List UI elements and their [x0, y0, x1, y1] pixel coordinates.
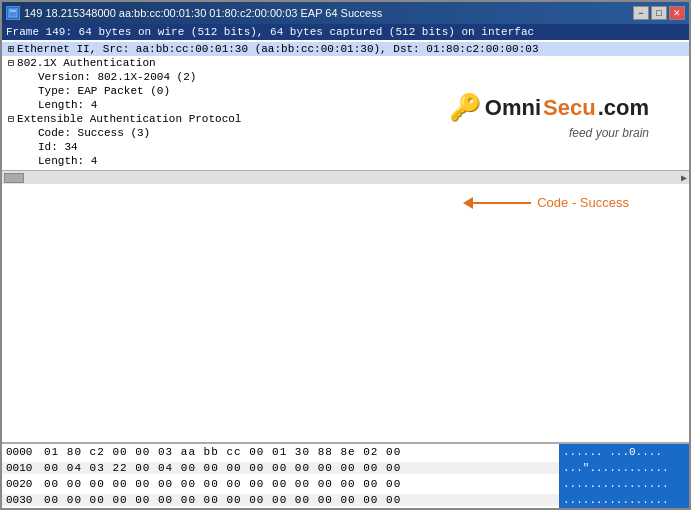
logo-domain-text: .com	[598, 95, 649, 121]
maximize-button[interactable]: □	[651, 6, 667, 20]
detail-rows: Ethernet II, Src: aa:bb:cc:00:01:30 (aa:…	[2, 40, 689, 170]
packet-details-panel: Frame 149: 64 bytes on wire (512 bits), …	[2, 24, 689, 443]
eap-length-row: Length: 4	[2, 154, 689, 168]
hex-row-0: 0000 01 80 c2 00 00 03 aa bb cc 00 01 30…	[2, 444, 689, 460]
minimize-button[interactable]: −	[633, 6, 649, 20]
title-bar-left: 149 18.215348000 aa:bb:cc:00:01:30 01:80…	[6, 6, 382, 20]
window-controls: − □ ✕	[633, 6, 685, 20]
dot1x-row[interactable]: 802.1X Authentication	[2, 56, 689, 70]
scrollbar-thumb[interactable]	[4, 173, 24, 183]
logo-omni-text: Omni	[485, 95, 541, 121]
hex-bytes-0: 01 80 c2 00 00 03 aa bb cc 00 01 30 88 8…	[40, 446, 559, 458]
logo-tagline: feed your brain	[569, 126, 649, 140]
key-icon: 🔑	[449, 92, 481, 124]
app-icon	[6, 6, 20, 20]
logo-area: 🔑 OmniSecu.com feed your brain	[449, 92, 649, 140]
logo-secu-text: Secu	[543, 95, 596, 121]
main-window: 149 18.215348000 aa:bb:cc:00:01:30 01:80…	[0, 0, 691, 510]
hex-offset-1: 0010	[2, 462, 40, 474]
hex-ascii-1: ..."............	[559, 460, 689, 476]
svg-rect-1	[10, 10, 16, 12]
hex-bytes-1: 00 04 03 22 00 04 00 00 00 00 00 00 00 0…	[40, 462, 559, 474]
hex-ascii-0: ...... ...0....	[559, 444, 689, 460]
hex-bytes-3: 00 00 00 00 00 00 00 00 00 00 00 00 00 0…	[40, 494, 559, 506]
version-row: Version: 802.1X-2004 (2)	[2, 70, 689, 84]
hex-ascii-2: ................	[559, 476, 689, 492]
frame-row[interactable]: Frame 149: 64 bytes on wire (512 bits), …	[2, 24, 689, 40]
hex-row-2: 0020 00 00 00 00 00 00 00 00 00 00 00 00…	[2, 476, 689, 492]
id-row: Id: 34	[2, 140, 689, 154]
title-bar: 149 18.215348000 aa:bb:cc:00:01:30 01:80…	[2, 2, 689, 24]
annotation: Code - Success	[471, 195, 629, 210]
annotation-text: Code - Success	[537, 195, 629, 210]
logo-main: 🔑 OmniSecu.com	[449, 92, 649, 124]
hex-offset-3: 0030	[2, 494, 40, 506]
hex-dump-panel: 0000 01 80 c2 00 00 03 aa bb cc 00 01 30…	[2, 443, 689, 508]
content-area: Frame 149: 64 bytes on wire (512 bits), …	[2, 24, 689, 508]
hex-ascii-3: ................	[559, 492, 689, 508]
ethernet-row[interactable]: Ethernet II, Src: aa:bb:cc:00:01:30 (aa:…	[2, 42, 689, 56]
window-title: 149 18.215348000 aa:bb:cc:00:01:30 01:80…	[24, 7, 382, 19]
hex-offset-0: 0000	[2, 446, 40, 458]
hex-offset-2: 0020	[2, 478, 40, 490]
annotation-arrow	[471, 202, 531, 204]
horizontal-scrollbar[interactable]: ▶	[2, 170, 689, 184]
scroll-right-arrow[interactable]: ▶	[681, 172, 687, 184]
hex-row-3: 0030 00 00 00 00 00 00 00 00 00 00 00 00…	[2, 492, 689, 508]
close-button[interactable]: ✕	[669, 6, 685, 20]
hex-row-1: 0010 00 04 03 22 00 04 00 00 00 00 00 00…	[2, 460, 689, 476]
hex-bytes-2: 00 00 00 00 00 00 00 00 00 00 00 00 00 0…	[40, 478, 559, 490]
